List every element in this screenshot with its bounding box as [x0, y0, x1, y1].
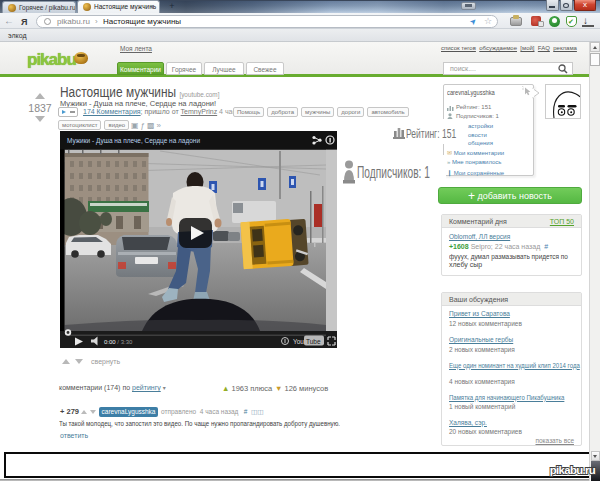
svg-text:0:00 / 3:30: 0:00 / 3:30	[104, 339, 133, 345]
svg-text:Tube: Tube	[306, 338, 321, 345]
svg-text:Мужики - Душа на плече, Сердце: Мужики - Душа на плече, Сердце на ладони	[67, 136, 200, 145]
svg-text:You: You	[293, 338, 304, 345]
svg-text:pikabu.ru: pikabu.ru	[550, 464, 596, 476]
